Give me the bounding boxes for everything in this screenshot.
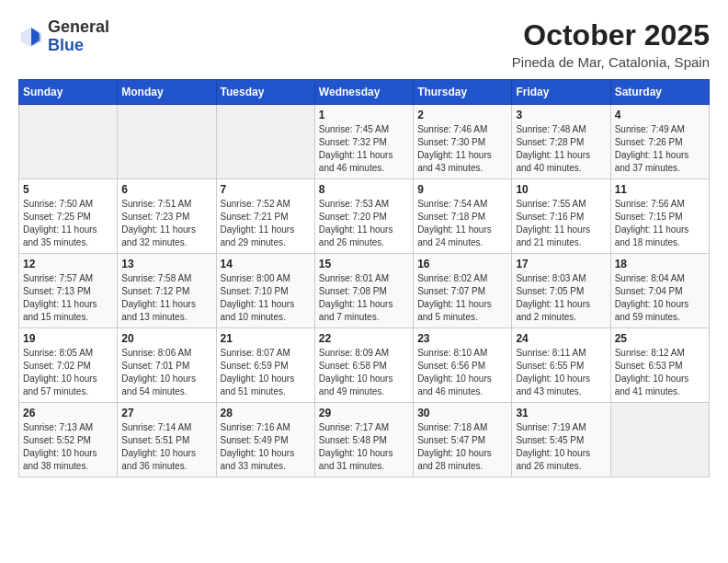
calendar-cell: 1Sunrise: 7:45 AMSunset: 7:32 PMDaylight… bbox=[314, 105, 413, 179]
calendar-cell: 26Sunrise: 7:13 AMSunset: 5:52 PMDayligh… bbox=[19, 403, 118, 477]
day-info: Sunrise: 8:12 AMSunset: 6:53 PMDaylight:… bbox=[615, 347, 705, 398]
day-info: Sunrise: 7:57 AMSunset: 7:13 PMDaylight:… bbox=[23, 272, 113, 324]
calendar-cell bbox=[118, 105, 216, 179]
calendar-cell: 2Sunrise: 7:46 AMSunset: 7:30 PMDaylight… bbox=[414, 105, 512, 179]
calendar-cell: 18Sunrise: 8:04 AMSunset: 7:04 PMDayligh… bbox=[610, 254, 709, 328]
day-number: 2 bbox=[417, 109, 507, 121]
day-number: 18 bbox=[615, 258, 705, 270]
calendar-cell: 31Sunrise: 7:19 AMSunset: 5:45 PMDayligh… bbox=[512, 403, 610, 477]
day-number: 25 bbox=[615, 332, 705, 345]
day-number: 11 bbox=[615, 183, 705, 196]
calendar-week-row: 26Sunrise: 7:13 AMSunset: 5:52 PMDayligh… bbox=[19, 403, 710, 477]
calendar-cell: 4Sunrise: 7:49 AMSunset: 7:26 PMDaylight… bbox=[610, 105, 709, 179]
day-number: 30 bbox=[417, 407, 507, 419]
logo: General Blue bbox=[18, 18, 109, 55]
day-number: 5 bbox=[23, 183, 113, 196]
calendar-cell: 20Sunrise: 8:06 AMSunset: 7:01 PMDayligh… bbox=[118, 328, 216, 403]
calendar-week-row: 5Sunrise: 7:50 AMSunset: 7:25 PMDaylight… bbox=[19, 179, 710, 254]
calendar-cell: 27Sunrise: 7:14 AMSunset: 5:51 PMDayligh… bbox=[118, 403, 216, 477]
day-number: 13 bbox=[121, 258, 211, 270]
day-number: 1 bbox=[319, 109, 409, 121]
day-info: Sunrise: 8:06 AMSunset: 7:01 PMDaylight:… bbox=[121, 347, 211, 398]
day-info: Sunrise: 8:04 AMSunset: 7:04 PMDaylight:… bbox=[615, 272, 705, 324]
day-info: Sunrise: 7:56 AMSunset: 7:15 PMDaylight:… bbox=[615, 198, 705, 249]
day-info: Sunrise: 7:14 AMSunset: 5:51 PMDaylight:… bbox=[121, 421, 211, 473]
weekday-header: Thursday bbox=[414, 80, 512, 105]
day-info: Sunrise: 7:55 AMSunset: 7:16 PMDaylight:… bbox=[516, 198, 606, 249]
weekday-header: Monday bbox=[118, 80, 216, 105]
day-number: 9 bbox=[417, 183, 507, 196]
day-info: Sunrise: 7:13 AMSunset: 5:52 PMDaylight:… bbox=[23, 421, 113, 473]
logo-general-text: General bbox=[48, 18, 109, 37]
day-number: 8 bbox=[319, 183, 409, 196]
day-number: 15 bbox=[319, 258, 409, 270]
day-info: Sunrise: 8:05 AMSunset: 7:02 PMDaylight:… bbox=[23, 347, 113, 398]
day-info: Sunrise: 8:11 AMSunset: 6:55 PMDaylight:… bbox=[516, 347, 606, 398]
calendar-cell: 22Sunrise: 8:09 AMSunset: 6:58 PMDayligh… bbox=[314, 328, 413, 403]
day-number: 14 bbox=[221, 258, 311, 270]
calendar-cell: 25Sunrise: 8:12 AMSunset: 6:53 PMDayligh… bbox=[610, 328, 709, 403]
weekday-header: Wednesday bbox=[314, 80, 413, 105]
day-number: 21 bbox=[221, 332, 311, 345]
day-number: 12 bbox=[23, 258, 113, 270]
title-block: October 2025 Pineda de Mar, Catalonia, S… bbox=[512, 18, 710, 70]
calendar-cell bbox=[19, 105, 118, 179]
calendar-cell bbox=[216, 105, 314, 179]
day-info: Sunrise: 8:07 AMSunset: 6:59 PMDaylight:… bbox=[221, 347, 311, 398]
day-number: 10 bbox=[516, 183, 606, 196]
day-info: Sunrise: 7:48 AMSunset: 7:28 PMDaylight:… bbox=[516, 123, 606, 175]
day-number: 4 bbox=[615, 109, 705, 121]
calendar-cell: 13Sunrise: 7:58 AMSunset: 7:12 PMDayligh… bbox=[118, 254, 216, 328]
location-subtitle: Pineda de Mar, Catalonia, Spain bbox=[512, 54, 710, 70]
calendar-week-row: 19Sunrise: 8:05 AMSunset: 7:02 PMDayligh… bbox=[19, 328, 710, 403]
day-info: Sunrise: 8:00 AMSunset: 7:10 PMDaylight:… bbox=[221, 272, 311, 324]
day-info: Sunrise: 8:02 AMSunset: 7:07 PMDaylight:… bbox=[417, 272, 507, 324]
day-info: Sunrise: 7:53 AMSunset: 7:20 PMDaylight:… bbox=[319, 198, 409, 249]
calendar-cell: 17Sunrise: 8:03 AMSunset: 7:05 PMDayligh… bbox=[512, 254, 610, 328]
day-number: 6 bbox=[121, 183, 211, 196]
day-info: Sunrise: 7:18 AMSunset: 5:47 PMDaylight:… bbox=[417, 421, 507, 473]
weekday-header-row: SundayMondayTuesdayWednesdayThursdayFrid… bbox=[19, 80, 710, 105]
day-info: Sunrise: 7:50 AMSunset: 7:25 PMDaylight:… bbox=[23, 198, 113, 249]
day-info: Sunrise: 7:49 AMSunset: 7:26 PMDaylight:… bbox=[615, 123, 705, 175]
day-number: 20 bbox=[121, 332, 211, 345]
calendar-cell: 3Sunrise: 7:48 AMSunset: 7:28 PMDaylight… bbox=[512, 105, 610, 179]
day-number: 19 bbox=[23, 332, 113, 345]
calendar-cell: 29Sunrise: 7:17 AMSunset: 5:48 PMDayligh… bbox=[314, 403, 413, 477]
calendar-cell: 21Sunrise: 8:07 AMSunset: 6:59 PMDayligh… bbox=[216, 328, 314, 403]
day-info: Sunrise: 7:51 AMSunset: 7:23 PMDaylight:… bbox=[121, 198, 211, 249]
day-number: 3 bbox=[516, 109, 606, 121]
day-number: 22 bbox=[319, 332, 409, 345]
day-info: Sunrise: 7:58 AMSunset: 7:12 PMDaylight:… bbox=[121, 272, 211, 324]
day-number: 23 bbox=[417, 332, 507, 345]
day-number: 7 bbox=[221, 183, 311, 196]
calendar-week-row: 1Sunrise: 7:45 AMSunset: 7:32 PMDaylight… bbox=[19, 105, 710, 179]
day-info: Sunrise: 7:45 AMSunset: 7:32 PMDaylight:… bbox=[319, 123, 409, 175]
day-number: 31 bbox=[516, 407, 606, 419]
day-number: 17 bbox=[516, 258, 606, 270]
logo-icon bbox=[18, 24, 44, 50]
logo-blue-text: Blue bbox=[48, 37, 109, 55]
day-info: Sunrise: 8:09 AMSunset: 6:58 PMDaylight:… bbox=[319, 347, 409, 398]
day-info: Sunrise: 7:52 AMSunset: 7:21 PMDaylight:… bbox=[221, 198, 311, 249]
day-number: 28 bbox=[221, 407, 311, 419]
calendar-table: SundayMondayTuesdayWednesdayThursdayFrid… bbox=[18, 79, 710, 477]
calendar-cell: 23Sunrise: 8:10 AMSunset: 6:56 PMDayligh… bbox=[414, 328, 512, 403]
month-title: October 2025 bbox=[512, 18, 710, 52]
day-info: Sunrise: 7:54 AMSunset: 7:18 PMDaylight:… bbox=[417, 198, 507, 249]
calendar-cell bbox=[610, 403, 709, 477]
day-info: Sunrise: 8:10 AMSunset: 6:56 PMDaylight:… bbox=[417, 347, 507, 398]
day-number: 27 bbox=[121, 407, 211, 419]
calendar-cell: 10Sunrise: 7:55 AMSunset: 7:16 PMDayligh… bbox=[512, 179, 610, 254]
calendar-cell: 7Sunrise: 7:52 AMSunset: 7:21 PMDaylight… bbox=[216, 179, 314, 254]
day-info: Sunrise: 7:17 AMSunset: 5:48 PMDaylight:… bbox=[319, 421, 409, 473]
calendar-cell: 6Sunrise: 7:51 AMSunset: 7:23 PMDaylight… bbox=[118, 179, 216, 254]
day-info: Sunrise: 7:19 AMSunset: 5:45 PMDaylight:… bbox=[516, 421, 606, 473]
calendar-week-row: 12Sunrise: 7:57 AMSunset: 7:13 PMDayligh… bbox=[19, 254, 710, 328]
day-info: Sunrise: 8:03 AMSunset: 7:05 PMDaylight:… bbox=[516, 272, 606, 324]
day-info: Sunrise: 7:16 AMSunset: 5:49 PMDaylight:… bbox=[221, 421, 311, 473]
calendar-cell: 16Sunrise: 8:02 AMSunset: 7:07 PMDayligh… bbox=[414, 254, 512, 328]
weekday-header: Friday bbox=[512, 80, 610, 105]
calendar-cell: 12Sunrise: 7:57 AMSunset: 7:13 PMDayligh… bbox=[19, 254, 118, 328]
day-number: 26 bbox=[23, 407, 113, 419]
